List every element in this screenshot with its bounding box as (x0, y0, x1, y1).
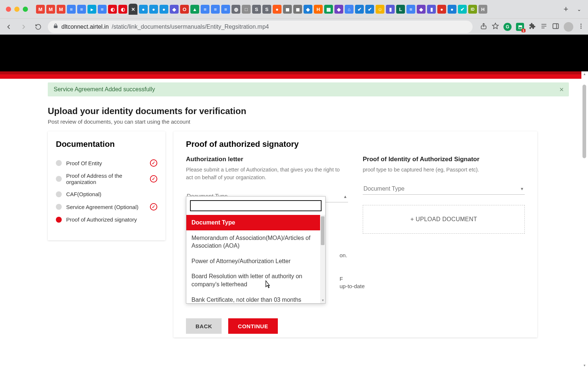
browser-tab[interactable]: ▮ (427, 5, 436, 14)
grammarly-extension-icon[interactable]: G (503, 23, 512, 31)
browser-tab[interactable]: O (180, 5, 189, 14)
browser-tab[interactable]: ● (437, 5, 446, 14)
tab-overflow-button[interactable]: ⌄ (574, 6, 584, 12)
alert-close-button[interactable]: × (559, 85, 564, 94)
browser-tab[interactable]: M (46, 5, 55, 14)
bookmark-icon[interactable] (492, 22, 499, 31)
url-domain: dltconnect.airtel.in (61, 24, 109, 30)
browser-tab[interactable]: ⌂ (345, 5, 354, 14)
page-title: Upload your identity documents for verif… (48, 106, 581, 116)
right-hint: proof type to be captured here (eg, Pass… (363, 166, 525, 174)
sidebar-step[interactable]: Service Agreement (Optional)✓ (56, 200, 157, 213)
browser-tab[interactable]: ◐ (118, 5, 127, 14)
browser-tab[interactable]: ◍ (232, 5, 240, 14)
browser-tab[interactable]: ✔ (365, 5, 374, 14)
sidebar-step[interactable]: CAF(Optional) (56, 188, 157, 200)
dropdown-search-input[interactable] (190, 200, 322, 211)
dropdown-option[interactable]: Bank Certificate, not older than 03 mont… (186, 292, 325, 303)
obscured-text: on. (340, 252, 347, 258)
browser-tab[interactable]: ◆ (417, 5, 426, 14)
step-label: CAF(Optional) (66, 191, 157, 197)
browser-tab[interactable]: ◼ (293, 5, 302, 14)
sidebar-step[interactable]: Proof of Address of the organization✓ (56, 170, 157, 188)
forward-button[interactable] (18, 22, 29, 32)
browser-tab[interactable]: ✔ (458, 5, 467, 14)
scrollbar-down-arrow[interactable]: ▾ (320, 298, 325, 303)
browser-tab[interactable]: M (36, 5, 45, 14)
kebab-menu-icon[interactable] (578, 23, 584, 31)
side-panel-icon[interactable] (552, 22, 559, 31)
browser-tab[interactable]: □ (242, 5, 251, 14)
browser-tab[interactable]: ◆ (170, 5, 179, 14)
dropdown-option[interactable]: Power of Attorney/Authorization Letter (186, 254, 325, 269)
section-title: Proof of authorized signatory (186, 139, 525, 149)
toolbar: dltconnect.airtel.in/static/link_documen… (0, 18, 588, 35)
dropdown-option[interactable]: Board Resolution with letter of authorit… (186, 269, 325, 292)
minimize-window-button[interactable] (14, 7, 19, 12)
browser-tab[interactable]: M (57, 5, 65, 14)
browser-tab[interactable]: ● (273, 5, 282, 14)
page-viewport: Service Agreement Added successfully × U… (0, 71, 588, 368)
browser-tab[interactable]: ▸ (87, 5, 96, 14)
step-bullet-icon (56, 204, 62, 210)
scrollbar-thumb[interactable] (321, 216, 325, 245)
browser-tab[interactable]: S (262, 5, 271, 14)
left-hint: Please submit a Letter of Authorization,… (186, 166, 348, 181)
browser-tab[interactable]: ● (448, 5, 456, 14)
share-icon[interactable] (480, 22, 487, 31)
close-window-button[interactable] (6, 7, 11, 12)
browser-tab[interactable]: H (314, 5, 323, 14)
page-scroll-thumb[interactable] (582, 85, 586, 158)
browser-tab[interactable]: ▦ (324, 5, 333, 14)
browser-tab[interactable]: ✕ (129, 4, 137, 15)
browser-tab[interactable]: ● (149, 5, 158, 14)
browser-tab[interactable]: S (252, 5, 261, 14)
dropdown-option-placeholder[interactable]: Document Type (186, 215, 325, 230)
reload-button[interactable] (33, 22, 43, 32)
dropdown-option[interactable]: Memorandum of Association(MOA)/Articles … (186, 230, 325, 254)
browser-tab[interactable]: ≡ (67, 5, 76, 14)
extensions-button[interactable] (528, 22, 536, 31)
browser-tab[interactable]: ● (139, 5, 148, 14)
browser-tab[interactable]: ◐ (108, 5, 117, 14)
sidebar-step[interactable]: Proof Of Entity✓ (56, 156, 157, 170)
scroll-down-arrow[interactable]: ▾ (582, 364, 586, 367)
browser-tab[interactable]: ≡ (406, 5, 415, 14)
back-button[interactable] (4, 22, 14, 32)
browser-tab[interactable]: ☺ (376, 5, 384, 14)
browser-tab[interactable]: ≡ (211, 5, 220, 14)
extension-icon[interactable]: ⬒1 (516, 23, 524, 31)
doc-type-select-right[interactable]: Document Type ▼ (363, 183, 525, 195)
dropdown-scrollbar[interactable] (320, 215, 325, 303)
upload-document-box[interactable]: + UPLOAD DOCUMENT (363, 205, 525, 234)
browser-tab[interactable]: ✔ (355, 5, 364, 14)
wizard-nav-buttons: BACK CONTINUE (186, 318, 278, 334)
browser-tab[interactable]: ◆ (304, 5, 312, 14)
browser-tab[interactable]: ≡ (201, 5, 209, 14)
browser-tab[interactable]: ≡ (221, 5, 230, 14)
browser-tab[interactable]: ▮ (386, 5, 395, 14)
browser-tab[interactable]: ◆ (334, 5, 343, 14)
step-label: Proof of Authorized signatory (66, 216, 157, 223)
sidebar-step[interactable]: Proof of Authorized signatory (56, 213, 157, 226)
continue-button[interactable]: CONTINUE (228, 318, 277, 334)
browser-tab[interactable]: ID (468, 5, 477, 14)
profile-avatar[interactable] (564, 22, 573, 32)
maximize-window-button[interactable] (23, 7, 28, 12)
sidebar-card: Documentation Proof Of Entity✓Proof of A… (48, 131, 165, 240)
page-scrollbar[interactable]: ▴ ▾ (582, 71, 587, 368)
browser-tab[interactable]: H (478, 5, 487, 14)
browser-tab[interactable]: ▲ (190, 5, 199, 14)
browser-tab[interactable]: ● (159, 5, 168, 14)
scroll-up-arrow[interactable]: ▴ (582, 72, 586, 76)
address-bar[interactable]: dltconnect.airtel.in/static/link_documen… (48, 21, 473, 33)
reading-list-icon[interactable] (540, 22, 548, 31)
browser-tab[interactable]: ◼ (283, 5, 292, 14)
browser-tab[interactable]: L (396, 5, 405, 14)
brand-stripe (0, 71, 581, 79)
lock-icon (53, 23, 58, 30)
back-button[interactable]: BACK (186, 318, 222, 334)
browser-tab[interactable]: ≡ (77, 5, 86, 14)
browser-tab[interactable]: ≡ (98, 5, 107, 14)
new-tab-button[interactable]: + (561, 4, 571, 14)
